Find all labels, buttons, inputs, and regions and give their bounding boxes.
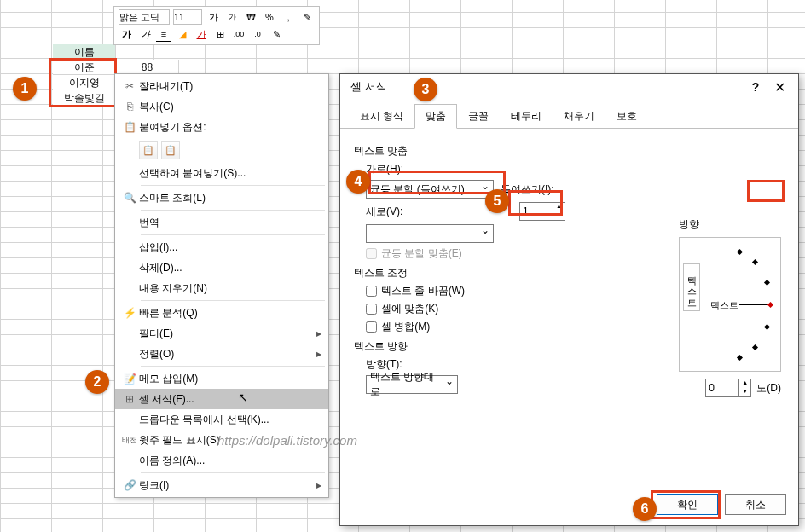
menu-separator — [141, 234, 325, 235]
dialog-title-text: 셀 서식 — [350, 79, 387, 95]
format-painter-icon[interactable]: ✎ — [269, 26, 284, 42]
fill-color-button[interactable]: ◢ — [175, 26, 190, 42]
cell-range: 이름 이준 이지영 박솔빛길 88 — [53, 44, 116, 106]
menu-sort-label: 정렬(O) — [139, 347, 311, 361]
merge-checkbox[interactable] — [366, 321, 377, 332]
menu-separator — [141, 210, 325, 211]
bold-button[interactable]: 가 — [119, 26, 134, 42]
menu-translate[interactable]: 번역 — [115, 212, 328, 233]
dialog-titlebar: 셀 서식 ? ✕ — [340, 74, 798, 100]
spin-up-icon[interactable]: ▲ — [553, 203, 565, 211]
decimal-dec-icon[interactable]: .00 — [231, 26, 246, 42]
indent-spinner[interactable]: ▲▼ — [519, 202, 565, 221]
percent-icon[interactable]: % — [262, 9, 277, 25]
wrap-checkbox[interactable] — [366, 286, 377, 297]
menu-insert[interactable]: 삽입(I)... — [115, 237, 328, 257]
cell-a4[interactable]: 박솔빛길 — [53, 90, 116, 106]
font-size-select[interactable] — [173, 9, 202, 25]
align-button[interactable]: ≡ — [156, 26, 171, 42]
close-button[interactable]: ✕ — [767, 77, 791, 97]
menu-format-label: 셀 서식(F)... — [139, 392, 311, 407]
indent-label: 들여쓰기(I): — [501, 182, 554, 197]
spin-down-icon[interactable]: ▼ — [738, 388, 750, 396]
menu-filter-label: 필터(E) — [139, 327, 311, 341]
menu-name-label: 이름 정의(A)... — [139, 454, 311, 468]
paste-option-2[interactable]: 📋 — [161, 141, 180, 159]
chevron-right-icon: ▶ — [316, 482, 321, 489]
menu-cut[interactable]: ✂ 잘라내기(T) — [115, 76, 328, 96]
decimal-inc-icon[interactable]: .0 — [250, 26, 265, 42]
menu-comment-label: 메모 삽입(M) — [139, 372, 311, 386]
horiz-align-combo[interactable]: 균등 분할 (들여쓰기) — [366, 180, 494, 199]
chevron-right-icon: ▶ — [316, 350, 321, 358]
menu-quick-analysis[interactable]: ⚡ 빠른 분석(Q) — [115, 303, 328, 323]
ok-button[interactable]: 확인 — [657, 494, 718, 515]
currency-icon[interactable]: ₩ — [243, 9, 258, 25]
paint-icon[interactable]: ✎ — [299, 9, 315, 25]
help-button[interactable]: ? — [744, 77, 767, 97]
spin-down-icon[interactable]: ▼ — [553, 211, 565, 220]
font-select[interactable] — [119, 9, 170, 25]
menu-define-name[interactable]: 이름 정의(A)... — [115, 450, 328, 471]
direction-combo[interactable]: 텍스트 방향대로 — [366, 375, 458, 394]
increase-font-icon[interactable]: 가 — [206, 9, 221, 25]
text-align-section: 텍스트 맞춤 — [354, 144, 785, 159]
dial-dot — [752, 259, 758, 265]
justify-dist-checkbox — [366, 248, 377, 259]
orientation-box[interactable]: 텍스트 텍스트 — [679, 237, 781, 372]
menu-smart-lookup[interactable]: 🔍 스마트 조회(L) — [115, 188, 328, 208]
border-button[interactable]: ⊞ — [212, 26, 228, 42]
menu-smart-label: 스마트 조회(L) — [139, 191, 311, 205]
menu-paste-special[interactable]: 선택하여 붙여넣기(S)... — [115, 163, 328, 183]
menu-link-label: 링크(I) — [139, 478, 311, 493]
menu-format-cells[interactable]: ⊞ 셀 서식(F)... — [115, 389, 328, 409]
cell-a2[interactable]: 이준 — [53, 60, 116, 75]
vertical-text-button[interactable]: 텍스트 — [683, 263, 700, 311]
cell-header[interactable]: 이름 — [53, 44, 116, 60]
menu-sort[interactable]: 정렬(O) ▶ — [115, 344, 328, 364]
orientation-label: 방향 — [679, 217, 781, 232]
menu-insert-comment[interactable]: 📝 메모 삽입(M) — [115, 368, 328, 389]
cancel-button[interactable]: 취소 — [725, 494, 786, 515]
tab-fill[interactable]: 채우기 — [553, 104, 605, 129]
dial-dot-active — [767, 302, 773, 308]
degree-input[interactable] — [706, 379, 738, 396]
menu-translate-label: 번역 — [139, 216, 311, 230]
spin-up-icon[interactable]: ▲ — [738, 379, 750, 388]
menu-filter[interactable]: 필터(E) ▶ — [115, 323, 328, 344]
copy-icon: ⎘ — [120, 101, 139, 113]
italic-button[interactable]: 가 — [137, 26, 153, 42]
indent-input[interactable] — [520, 203, 553, 220]
orientation-dial[interactable]: 텍스트 — [705, 246, 775, 362]
cell-a3[interactable]: 이지영 — [53, 75, 116, 90]
merge-label: 셀 병합(M) — [381, 320, 430, 334]
menu-pick-list[interactable]: 드롭다운 목록에서 선택(K)... — [115, 409, 328, 430]
mini-toolbar: 가 가 ₩ % , ✎ 가 가 ≡ ◢ 가 ⊞ .00 .0 ✎ — [113, 6, 320, 45]
font-color-button[interactable]: 가 — [194, 26, 209, 42]
tab-border[interactable]: 테두리 — [500, 104, 553, 129]
vert-align-combo[interactable] — [366, 224, 494, 243]
menu-paste-special-label: 선택하여 붙여넣기(S)... — [139, 166, 311, 181]
menu-copy[interactable]: ⎘ 복사(C) — [115, 96, 328, 117]
menu-delete[interactable]: 삭제(D)... — [115, 257, 328, 278]
menu-separator — [141, 366, 325, 367]
paste-icon: 📋 — [120, 121, 139, 133]
tab-alignment[interactable]: 맞춤 — [414, 104, 457, 129]
decrease-font-icon[interactable]: 가 — [224, 9, 240, 25]
comma-icon[interactable]: , — [281, 9, 296, 25]
paste-option-1[interactable]: 📋 — [139, 141, 158, 159]
degree-spinner[interactable]: ▲▼ — [705, 379, 751, 397]
wrap-label: 텍스트 줄 바꿈(W) — [381, 284, 465, 298]
tab-protection[interactable]: 보호 — [605, 104, 648, 129]
shrink-checkbox[interactable] — [366, 304, 377, 315]
menu-delete-label: 삭제(D)... — [139, 261, 311, 275]
search-icon: 🔍 — [120, 192, 139, 204]
format-cells-dialog: 셀 서식 ? ✕ 표시 형식 맞춤 글꼴 테두리 채우기 보호 텍스트 맞춤 가… — [339, 73, 799, 526]
dial-line — [739, 304, 770, 305]
menu-link[interactable]: 🔗 링크(I) ▶ — [115, 475, 328, 495]
menu-clear[interactable]: 내용 지우기(N) — [115, 278, 328, 298]
menu-qa-label: 빠른 분석(Q) — [139, 306, 311, 321]
tab-font[interactable]: 글꼴 — [457, 104, 500, 129]
tab-number[interactable]: 표시 형식 — [349, 104, 414, 129]
watermark: https://dolpali.tistory.com — [217, 433, 357, 448]
